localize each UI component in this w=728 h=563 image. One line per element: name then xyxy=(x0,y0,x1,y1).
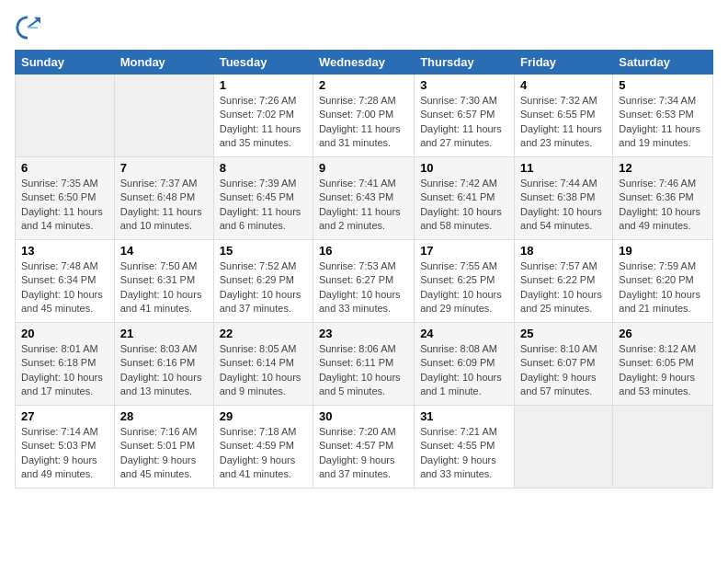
day-number: 6 xyxy=(21,161,108,175)
calendar-cell: 30Sunrise: 7:20 AM Sunset: 4:57 PM Dayli… xyxy=(313,406,414,488)
calendar-cell: 8Sunrise: 7:39 AM Sunset: 6:45 PM Daylig… xyxy=(213,157,313,240)
day-number: 21 xyxy=(120,327,208,340)
day-info: Sunrise: 7:18 AM Sunset: 4:59 PM Dayligh… xyxy=(220,425,307,482)
day-number: 19 xyxy=(619,244,707,258)
calendar-cell xyxy=(16,75,115,157)
day-number: 4 xyxy=(520,78,607,92)
calendar-week-row: 13Sunrise: 7:48 AM Sunset: 6:34 PM Dayli… xyxy=(16,240,713,323)
day-info: Sunrise: 7:37 AM Sunset: 6:48 PM Dayligh… xyxy=(120,177,208,234)
day-number: 2 xyxy=(319,78,408,92)
day-info: Sunrise: 7:53 AM Sunset: 6:27 PM Dayligh… xyxy=(319,259,408,316)
weekday-header: Wednesday xyxy=(313,51,414,75)
calendar-cell xyxy=(613,406,713,488)
day-number: 26 xyxy=(619,327,707,340)
day-number: 28 xyxy=(120,409,208,423)
calendar-week-row: 1Sunrise: 7:26 AM Sunset: 7:02 PM Daylig… xyxy=(16,75,713,157)
day-info: Sunrise: 7:46 AM Sunset: 6:36 PM Dayligh… xyxy=(619,177,707,234)
day-number: 9 xyxy=(319,161,408,175)
day-number: 8 xyxy=(220,161,307,175)
calendar-cell: 2Sunrise: 7:28 AM Sunset: 7:00 PM Daylig… xyxy=(313,75,414,157)
calendar-cell xyxy=(114,75,213,157)
day-number: 10 xyxy=(420,161,508,175)
calendar-week-row: 20Sunrise: 8:01 AM Sunset: 6:18 PM Dayli… xyxy=(16,323,713,406)
day-info: Sunrise: 7:21 AM Sunset: 4:55 PM Dayligh… xyxy=(420,425,508,482)
calendar-cell: 14Sunrise: 7:50 AM Sunset: 6:31 PM Dayli… xyxy=(114,240,213,323)
calendar-cell: 16Sunrise: 7:53 AM Sunset: 6:27 PM Dayli… xyxy=(313,240,414,323)
day-info: Sunrise: 8:10 AM Sunset: 6:07 PM Dayligh… xyxy=(520,342,607,399)
day-info: Sunrise: 7:50 AM Sunset: 6:31 PM Dayligh… xyxy=(120,259,208,316)
day-info: Sunrise: 7:34 AM Sunset: 6:53 PM Dayligh… xyxy=(619,94,707,151)
calendar-cell: 10Sunrise: 7:42 AM Sunset: 6:41 PM Dayli… xyxy=(415,157,515,240)
day-number: 5 xyxy=(619,78,707,92)
day-number: 22 xyxy=(220,327,307,340)
calendar-cell: 5Sunrise: 7:34 AM Sunset: 6:53 PM Daylig… xyxy=(613,75,713,157)
day-info: Sunrise: 7:55 AM Sunset: 6:25 PM Dayligh… xyxy=(420,259,508,316)
calendar-cell: 6Sunrise: 7:35 AM Sunset: 6:50 PM Daylig… xyxy=(16,157,115,240)
day-number: 23 xyxy=(319,327,408,340)
calendar-cell: 22Sunrise: 8:05 AM Sunset: 6:14 PM Dayli… xyxy=(213,323,313,406)
day-number: 24 xyxy=(420,327,508,340)
page-header xyxy=(15,15,713,40)
day-info: Sunrise: 8:08 AM Sunset: 6:09 PM Dayligh… xyxy=(420,342,508,399)
weekday-header: Sunday xyxy=(16,51,115,75)
calendar-cell: 23Sunrise: 8:06 AM Sunset: 6:11 PM Dayli… xyxy=(313,323,414,406)
day-number: 7 xyxy=(120,161,208,175)
day-number: 29 xyxy=(220,409,307,423)
day-number: 13 xyxy=(21,244,108,258)
day-number: 11 xyxy=(520,161,607,175)
calendar-cell: 31Sunrise: 7:21 AM Sunset: 4:55 PM Dayli… xyxy=(415,406,515,488)
day-number: 25 xyxy=(520,327,607,340)
day-number: 30 xyxy=(319,409,408,423)
weekday-header: Friday xyxy=(515,51,613,75)
day-info: Sunrise: 7:30 AM Sunset: 6:57 PM Dayligh… xyxy=(420,94,508,151)
calendar-cell: 29Sunrise: 7:18 AM Sunset: 4:59 PM Dayli… xyxy=(213,406,313,488)
day-info: Sunrise: 7:57 AM Sunset: 6:22 PM Dayligh… xyxy=(520,259,607,316)
day-number: 31 xyxy=(420,409,508,423)
day-info: Sunrise: 8:03 AM Sunset: 6:16 PM Dayligh… xyxy=(120,342,208,399)
weekday-header: Saturday xyxy=(613,51,713,75)
calendar-cell: 19Sunrise: 7:59 AM Sunset: 6:20 PM Dayli… xyxy=(613,240,713,323)
calendar-cell: 7Sunrise: 7:37 AM Sunset: 6:48 PM Daylig… xyxy=(114,157,213,240)
day-info: Sunrise: 7:42 AM Sunset: 6:41 PM Dayligh… xyxy=(420,177,508,234)
day-info: Sunrise: 7:48 AM Sunset: 6:34 PM Dayligh… xyxy=(21,259,108,316)
calendar-cell: 4Sunrise: 7:32 AM Sunset: 6:55 PM Daylig… xyxy=(515,75,613,157)
calendar-cell: 18Sunrise: 7:57 AM Sunset: 6:22 PM Dayli… xyxy=(515,240,613,323)
day-info: Sunrise: 7:14 AM Sunset: 5:03 PM Dayligh… xyxy=(21,425,108,482)
calendar-cell xyxy=(515,406,613,488)
day-info: Sunrise: 7:32 AM Sunset: 6:55 PM Dayligh… xyxy=(520,94,607,151)
day-number: 27 xyxy=(21,409,108,423)
day-info: Sunrise: 7:35 AM Sunset: 6:50 PM Dayligh… xyxy=(21,177,108,234)
calendar-cell: 15Sunrise: 7:52 AM Sunset: 6:29 PM Dayli… xyxy=(213,240,313,323)
calendar-cell: 1Sunrise: 7:26 AM Sunset: 7:02 PM Daylig… xyxy=(213,75,313,157)
day-info: Sunrise: 7:52 AM Sunset: 6:29 PM Dayligh… xyxy=(220,259,307,316)
day-info: Sunrise: 8:01 AM Sunset: 6:18 PM Dayligh… xyxy=(21,342,108,399)
calendar-cell: 13Sunrise: 7:48 AM Sunset: 6:34 PM Dayli… xyxy=(16,240,115,323)
calendar-cell: 12Sunrise: 7:46 AM Sunset: 6:36 PM Dayli… xyxy=(613,157,713,240)
weekday-header: Tuesday xyxy=(213,51,313,75)
day-info: Sunrise: 7:26 AM Sunset: 7:02 PM Dayligh… xyxy=(220,94,307,151)
day-number: 15 xyxy=(220,244,307,258)
day-number: 20 xyxy=(21,327,108,340)
calendar-cell: 11Sunrise: 7:44 AM Sunset: 6:38 PM Dayli… xyxy=(515,157,613,240)
day-info: Sunrise: 8:05 AM Sunset: 6:14 PM Dayligh… xyxy=(220,342,307,399)
day-info: Sunrise: 7:16 AM Sunset: 5:01 PM Dayligh… xyxy=(120,425,208,482)
day-number: 12 xyxy=(619,161,707,175)
day-info: Sunrise: 8:06 AM Sunset: 6:11 PM Dayligh… xyxy=(319,342,408,399)
day-number: 14 xyxy=(120,244,208,258)
calendar-cell: 26Sunrise: 8:12 AM Sunset: 6:05 PM Dayli… xyxy=(613,323,713,406)
day-info: Sunrise: 7:20 AM Sunset: 4:57 PM Dayligh… xyxy=(319,425,408,482)
weekday-header: Monday xyxy=(114,51,213,75)
calendar-cell: 17Sunrise: 7:55 AM Sunset: 6:25 PM Dayli… xyxy=(415,240,515,323)
calendar-cell: 9Sunrise: 7:41 AM Sunset: 6:43 PM Daylig… xyxy=(313,157,414,240)
calendar-cell: 20Sunrise: 8:01 AM Sunset: 6:18 PM Dayli… xyxy=(16,323,115,406)
day-number: 17 xyxy=(420,244,508,258)
day-number: 1 xyxy=(220,78,307,92)
calendar-cell: 28Sunrise: 7:16 AM Sunset: 5:01 PM Dayli… xyxy=(114,406,213,488)
weekday-header-row: SundayMondayTuesdayWednesdayThursdayFrid… xyxy=(16,51,713,75)
calendar-table: SundayMondayTuesdayWednesdayThursdayFrid… xyxy=(15,50,713,488)
weekday-header: Thursday xyxy=(415,51,515,75)
calendar-week-row: 6Sunrise: 7:35 AM Sunset: 6:50 PM Daylig… xyxy=(16,157,713,240)
calendar-week-row: 27Sunrise: 7:14 AM Sunset: 5:03 PM Dayli… xyxy=(16,406,713,488)
day-number: 3 xyxy=(420,78,508,92)
calendar-cell: 24Sunrise: 8:08 AM Sunset: 6:09 PM Dayli… xyxy=(415,323,515,406)
